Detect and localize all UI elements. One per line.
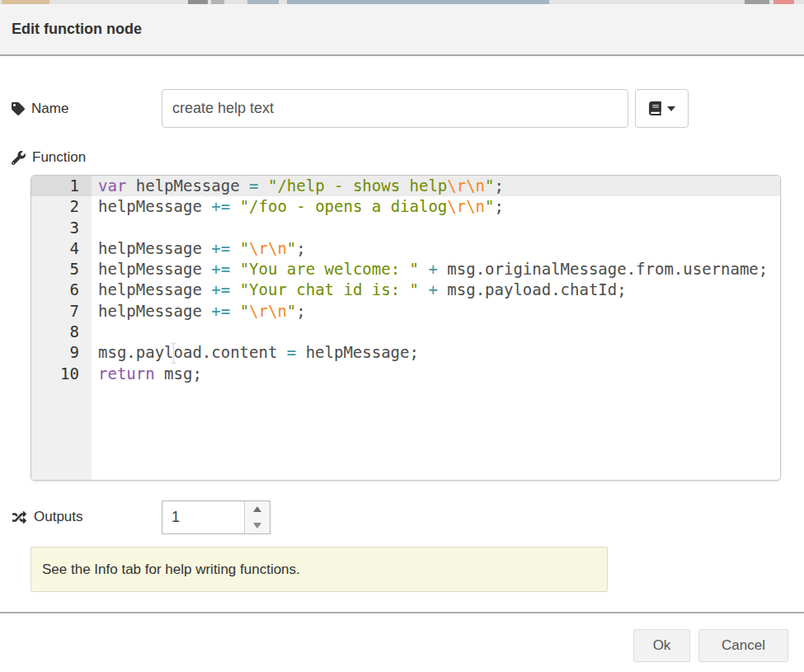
function-label-text: Function <box>32 149 86 166</box>
code-editor[interactable]: 12345678910 var helpMessage = "/help - s… <box>31 175 781 481</box>
form-tip: See the Info tab for help writing functi… <box>31 547 608 592</box>
spin-up-icon <box>253 506 261 512</box>
dialog-title: Edit function node <box>12 4 142 54</box>
code-line: helpMessage += "/foo - opens a dialog\r\… <box>92 196 780 217</box>
book-icon <box>649 101 661 115</box>
ok-button[interactable]: Ok <box>633 629 690 662</box>
code-line: var helpMessage = "/help - shows help\r\… <box>92 176 780 196</box>
tag-icon <box>12 102 25 115</box>
code-line: helpMessage += "\r\n"; <box>92 301 780 322</box>
mouse-text-cursor <box>169 342 178 364</box>
editor-code-area[interactable]: var helpMessage = "/help - shows help\r\… <box>92 176 780 480</box>
shuffle-icon <box>12 510 27 524</box>
caret-down-icon <box>667 106 675 111</box>
function-label: Function <box>12 145 86 170</box>
spin-down-button[interactable] <box>245 518 270 534</box>
gutter-line-number: 5 <box>31 259 92 280</box>
screen: Edit function node Name Function 1234567… <box>0 0 804 672</box>
spin-up-button[interactable] <box>245 501 270 518</box>
gutter-line-number: 6 <box>31 280 92 300</box>
dialog-header: Edit function node <box>0 4 804 56</box>
outputs-label: Outputs <box>12 502 83 532</box>
gutter-line-number: 7 <box>31 301 92 322</box>
gutter-line-number: 1 <box>31 176 92 196</box>
code-line: helpMessage += "You are welcome: " + msg… <box>92 259 780 280</box>
library-button[interactable] <box>635 89 689 128</box>
editor-gutter: 12345678910 <box>31 176 92 480</box>
outputs-input[interactable] <box>162 501 252 533</box>
spinner-buttons <box>244 501 270 533</box>
name-input[interactable] <box>162 89 628 128</box>
spin-down-icon <box>253 523 261 529</box>
gutter-line-number: 2 <box>31 196 92 217</box>
code-line: helpMessage += "\r\n"; <box>92 238 780 259</box>
name-label: Name <box>12 89 68 128</box>
gutter-line-number: 8 <box>31 322 92 342</box>
code-line: helpMessage += "Your chat id is: " + msg… <box>92 280 780 300</box>
wrench-icon <box>12 151 26 165</box>
gutter-line-number: 9 <box>31 342 92 363</box>
edit-function-dialog: Edit function node Name Function 1234567… <box>0 4 804 672</box>
footer-separator <box>0 612 804 613</box>
gutter-line-number: 10 <box>31 364 92 384</box>
gutter-line-number: 3 <box>31 218 92 238</box>
code-line <box>92 218 780 238</box>
code-line: return msg; <box>92 364 780 384</box>
code-line: msg.payload.content = helpMessage; <box>92 342 780 363</box>
outputs-label-text: Outputs <box>34 509 83 525</box>
gutter-line-number: 4 <box>31 238 92 259</box>
cancel-button[interactable]: Cancel <box>698 629 788 662</box>
name-label-text: Name <box>31 101 68 117</box>
code-line <box>92 322 780 342</box>
outputs-spinner <box>162 500 270 534</box>
